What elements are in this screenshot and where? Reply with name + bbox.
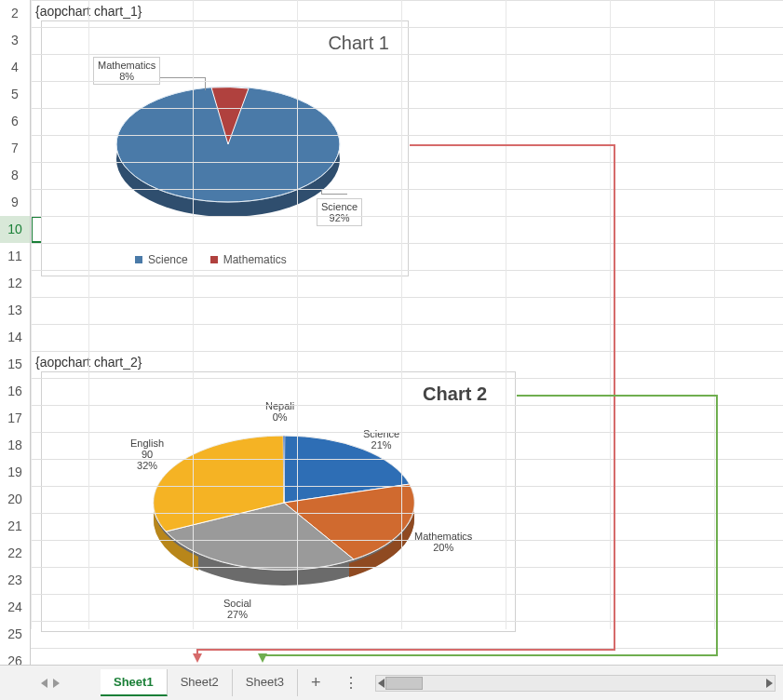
legend-label-science: Science [148,253,188,266]
row-header[interactable]: 19 [0,459,31,486]
gridline-horizontal [31,567,783,568]
gridline-vertical [193,0,194,629]
row-header[interactable]: 7 [0,135,31,162]
gridline-horizontal [31,405,783,406]
sheet-tab-sheet1[interactable]: Sheet1 [101,669,168,696]
chart-2-label-social: Social 27% [223,598,251,620]
gridline-horizontal [31,81,783,82]
gridline-horizontal [31,324,783,325]
gridline-horizontal [31,486,783,487]
row-header[interactable]: 23 [0,567,31,594]
sheet-tab-sheet3[interactable]: Sheet3 [233,669,298,696]
chart-1-pie [107,68,349,236]
legend-swatch-mathematics [210,256,218,263]
gridline-horizontal [31,432,783,433]
chart-2-label-mathematics: Mathematics 20% [414,531,472,553]
row-header[interactable]: 20 [0,486,31,513]
tabs-prev-icon[interactable] [41,679,47,688]
row-header[interactable]: 25 [0,621,31,648]
row-header[interactable]: 4 [0,54,31,81]
scroll-thumb[interactable] [385,677,423,690]
chart-1[interactable]: Chart 1 Mathematics 8% Science 92% Scien… [41,20,409,276]
sheet-tabs-bar: Sheet1Sheet2Sheet3 + ⋮ [0,665,783,700]
gridline-horizontal [31,189,783,190]
sheet-tab-sheet2[interactable]: Sheet2 [168,669,233,696]
chart-2-label-english: English 90 32% [130,438,164,471]
gridline-horizontal [31,0,783,1]
row-header[interactable]: 13 [0,297,31,324]
gridline-horizontal [31,297,783,298]
gridline-vertical [401,0,402,629]
row-header[interactable]: 2 [0,0,31,27]
gridline-vertical [506,0,506,629]
gridline-horizontal [31,162,783,163]
scroll-right-icon[interactable] [766,679,773,688]
gridline-vertical [88,0,89,629]
row-header[interactable]: 21 [0,513,31,540]
gridline-horizontal [31,540,783,541]
row-header[interactable]: 5 [0,81,31,108]
row-header[interactable]: 16 [0,378,31,405]
tabs-more-button[interactable]: ⋮ [334,668,368,697]
gridline-horizontal [31,621,783,622]
gridline-horizontal [31,594,783,595]
chart-2-label-nepali: Nepali 0% [265,400,294,423]
gridline-vertical [31,0,32,629]
row-header[interactable]: 24 [0,594,31,621]
tabs-nav[interactable] [0,679,101,688]
add-sheet-button[interactable]: + [298,667,334,698]
gridline-horizontal [31,351,783,352]
gridline-horizontal [31,135,783,136]
gridline-horizontal [31,513,783,514]
row-header[interactable]: 17 [0,405,31,432]
row-header[interactable]: 10 [0,216,31,243]
chart-1-legend: Science Mathematics [135,253,287,266]
gridline-horizontal [31,270,783,271]
gridline-horizontal [31,459,783,460]
gridline-horizontal [31,108,783,109]
row-header[interactable]: 15 [0,351,31,378]
tabs-next-icon[interactable] [53,679,60,688]
gridline-vertical [714,0,715,629]
row-header[interactable]: 22 [0,540,31,567]
spreadsheet-grid[interactable]: {aopchart chart_1} {aopchart chart_2} Ch… [0,0,783,665]
row-header[interactable]: 18 [0,432,31,459]
row-header[interactable]: 11 [0,243,31,270]
gridline-horizontal [31,54,783,55]
gridline-horizontal [31,216,783,217]
chart-1-label-science: Science 92% [317,198,362,226]
row-header[interactable]: 6 [0,108,31,135]
gridline-horizontal [31,648,783,649]
legend-label-mathematics: Mathematics [223,253,287,266]
row-header[interactable]: 3 [0,27,31,54]
chart-1-title: Chart 1 [328,33,389,54]
chart-2-title: Chart 2 [423,384,487,405]
gridline-vertical [610,0,611,629]
gridline-horizontal [31,27,783,28]
scroll-left-icon[interactable] [378,679,385,688]
horizontal-scrollbar[interactable] [375,675,776,692]
legend-swatch-science [135,256,142,263]
row-header[interactable]: 8 [0,162,31,189]
row-header[interactable]: 14 [0,324,31,351]
row-header[interactable]: 12 [0,270,31,297]
gridline-horizontal [31,243,783,244]
row-header[interactable]: 9 [0,189,31,216]
gridline-horizontal [31,378,783,379]
chart-2[interactable]: Chart 2 Nepali 0% Science 21% Mathematic… [41,371,516,632]
gridline-vertical [297,0,298,629]
